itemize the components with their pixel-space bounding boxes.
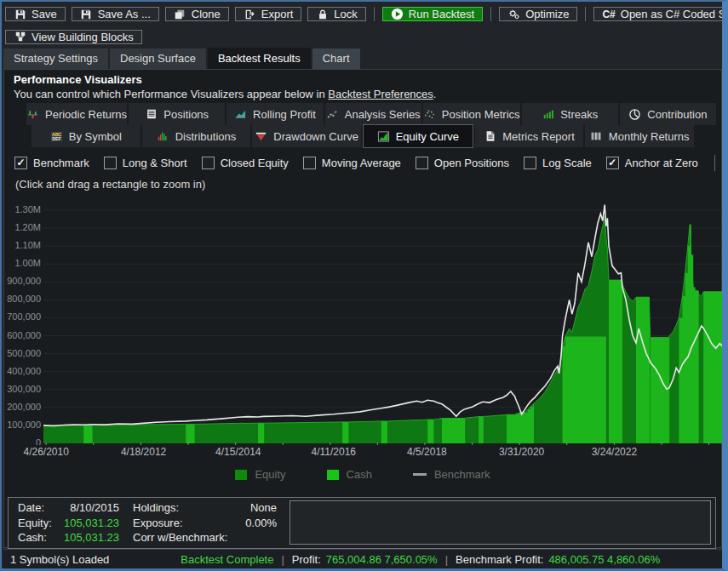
checkbox-box[interactable] bbox=[303, 157, 316, 169]
viz-tab-label: Streaks bbox=[560, 108, 598, 121]
lock-button[interactable]: Lock bbox=[307, 7, 365, 21]
chart-controls: ✓Benchmark Long & Short Closed Equity Mo… bbox=[14, 151, 714, 174]
y-axis-label: 1.30M bbox=[14, 204, 41, 214]
backtest-preferences-link[interactable]: Backtest Preferences bbox=[328, 88, 433, 100]
viz-tab-label: Equity Curve bbox=[396, 130, 459, 143]
benchmark-profit-label: Benchmark Profit: bbox=[456, 553, 543, 566]
play-circle-icon bbox=[391, 8, 404, 20]
tab-design-surface[interactable]: Design Surface bbox=[110, 49, 206, 69]
viz-tab-streaks[interactable]: Streaks bbox=[522, 103, 618, 125]
y-axis-label: 100,000 bbox=[7, 420, 41, 430]
x-axis-label: 4/18/2012 bbox=[121, 446, 166, 458]
save-as-button[interactable]: Save As ... bbox=[72, 7, 159, 21]
checkbox-label: Long & Short bbox=[123, 157, 187, 169]
viz-tab-label: Monthly Returns bbox=[609, 130, 690, 143]
open-csharp-button[interactable]: C# Open as C# Coded Strategy bbox=[593, 7, 728, 21]
viz-tab-metrics-report[interactable]: Metrics Report bbox=[475, 125, 584, 147]
checkbox-box[interactable]: ✓ bbox=[606, 157, 619, 169]
checkbox-log-scale[interactable]: Log Scale bbox=[524, 157, 592, 169]
viz-tab-drawdown-curve[interactable]: Drawdown Curve bbox=[252, 125, 361, 147]
date-label: Date: bbox=[18, 500, 60, 516]
checkbox-label: Anchor at Zero bbox=[625, 157, 698, 169]
checkbox-box[interactable] bbox=[104, 157, 117, 169]
floppy-icon bbox=[14, 8, 26, 20]
optimize-button[interactable]: Optimize bbox=[499, 7, 577, 21]
checkbox-box[interactable] bbox=[202, 157, 215, 169]
checkbox-label: Closed Equity bbox=[221, 157, 289, 169]
y-axis-label: 600,000 bbox=[7, 330, 41, 340]
drawdown-icon bbox=[255, 130, 267, 143]
performance-visualizers-subtext: You can control which Performance Visual… bbox=[14, 88, 436, 100]
viz-tab-periodic-returns[interactable]: Periodic Returns bbox=[26, 103, 127, 125]
cursor-info-panel: Date: Equity: Cash: 8/10/2015 105,031.23… bbox=[8, 497, 716, 549]
viz-tab-by-symbol[interactable]: ABCDEF By Symbol bbox=[32, 125, 140, 147]
run-backtest-label: Run Backtest bbox=[409, 8, 474, 20]
viz-tab-monthly-returns[interactable]: Monthly Returns bbox=[585, 125, 694, 147]
viz-tab-label: Drawdown Curve bbox=[273, 130, 358, 143]
checkbox-long-short[interactable]: Long & Short bbox=[104, 157, 187, 169]
viz-tab-label: Periodic Returns bbox=[45, 108, 127, 121]
run-backtest-button[interactable]: Run Backtest bbox=[382, 7, 483, 21]
checkbox-label: Log Scale bbox=[542, 157, 592, 169]
checkbox-label: Moving Average bbox=[322, 157, 401, 169]
viz-tab-equity-curve[interactable]: Equity Curve bbox=[363, 124, 473, 148]
optimize-label: Optimize bbox=[525, 8, 569, 20]
checkbox-benchmark[interactable]: ✓Benchmark bbox=[14, 157, 89, 169]
export-button[interactable]: Export bbox=[235, 7, 302, 21]
tab-backtest-results[interactable]: Backtest Results bbox=[208, 48, 311, 69]
checkbox-open-positions[interactable]: Open Positions bbox=[416, 157, 509, 169]
tab-chart[interactable]: Chart bbox=[312, 49, 360, 69]
zoom-hint-text: (Click and drag a rectangle to zoom in) bbox=[15, 178, 205, 191]
svg-text:DEF: DEF bbox=[52, 136, 60, 141]
legend-label: Cash bbox=[347, 468, 372, 481]
info-labels-col1: Date: Equity: Cash: bbox=[18, 500, 60, 545]
holdings-value: None bbox=[204, 500, 277, 516]
viz-tab-contribution[interactable]: Contribution bbox=[620, 103, 716, 125]
save-as-label: Save As ... bbox=[98, 8, 151, 20]
viz-tab-rolling-profit[interactable]: Rolling Profit bbox=[226, 103, 323, 125]
gears-icon bbox=[507, 8, 520, 20]
save-label: Save bbox=[32, 8, 57, 20]
toolbar-separator bbox=[490, 7, 491, 21]
checkbox-box[interactable] bbox=[524, 157, 536, 169]
streaks-icon bbox=[542, 108, 554, 121]
equity-curve-plot[interactable] bbox=[43, 197, 725, 445]
distributions-icon bbox=[157, 130, 169, 143]
x-axis: 4/26/20104/18/20124/15/20144/11/20164/5/… bbox=[43, 446, 725, 460]
x-axis-label: 4/11/2016 bbox=[312, 446, 357, 458]
clone-icon bbox=[174, 8, 186, 20]
chart-legend: Equity Cash Benchmark bbox=[4, 468, 721, 481]
analysis-series-icon bbox=[326, 108, 339, 121]
y-axis-label: 300,000 bbox=[7, 384, 41, 394]
viz-tab-analysis-series[interactable]: Analysis Series bbox=[325, 103, 421, 125]
view-building-blocks-button[interactable]: View Building Blocks bbox=[5, 30, 142, 44]
viz-tab-label: Distributions bbox=[175, 130, 237, 143]
x-axis-label: 4/15/2014 bbox=[215, 446, 261, 458]
tab-strategy-settings[interactable]: Strategy Settings bbox=[3, 49, 108, 69]
info-values-col1: 8/10/2015 105,031.23 105,031.23 bbox=[60, 500, 119, 545]
legend-cash: Cash bbox=[327, 468, 372, 481]
checkbox-box[interactable] bbox=[416, 157, 428, 169]
x-axis-label: 4/5/2018 bbox=[407, 446, 447, 458]
checkbox-anchor-at-zero[interactable]: ✓Anchor at Zero bbox=[606, 157, 698, 169]
rolling-profit-icon bbox=[234, 108, 247, 121]
legend-label: Benchmark bbox=[434, 468, 490, 481]
save-button[interactable]: Save bbox=[5, 7, 66, 21]
subtext-suffix: . bbox=[433, 88, 437, 100]
viz-tab-position-metrics[interactable]: Position Metrics bbox=[423, 103, 520, 125]
checkbox-moving-average[interactable]: Moving Average bbox=[303, 157, 401, 169]
y-axis-label: 1.00M bbox=[14, 258, 41, 268]
exposure-value: 0.00% bbox=[204, 516, 277, 531]
date-value: 8/10/2015 bbox=[60, 500, 119, 516]
clone-button[interactable]: Clone bbox=[165, 7, 229, 21]
info-detail-box bbox=[289, 500, 711, 545]
visualizer-tabs-row2: ABCDEF By Symbol Distributions Drawdown … bbox=[32, 125, 694, 147]
checkbox-box[interactable]: ✓ bbox=[14, 157, 27, 169]
status-bar: 1 Symbol(s) Loaded Backtest Complete | P… bbox=[3, 549, 722, 568]
viz-tab-distributions[interactable]: Distributions bbox=[142, 125, 251, 147]
viz-tab-positions[interactable]: Positions bbox=[129, 103, 225, 125]
floppy-icon bbox=[80, 8, 93, 20]
y-axis-label: 500,000 bbox=[7, 348, 41, 358]
checkbox-closed-equity[interactable]: Closed Equity bbox=[202, 157, 289, 169]
checkbox-label: Open Positions bbox=[434, 157, 509, 169]
